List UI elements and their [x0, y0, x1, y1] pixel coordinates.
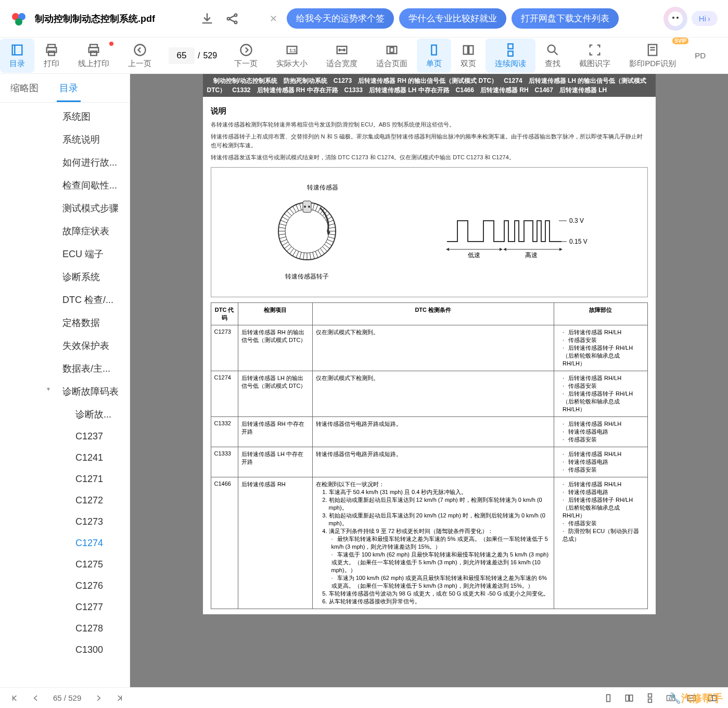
svg-line-46	[310, 253, 311, 260]
single-page-tool[interactable]: 单页	[417, 39, 451, 73]
svg-line-56	[280, 239, 287, 242]
watermark: 🔧汽修帮手	[668, 691, 723, 705]
next-page-icon[interactable]	[94, 694, 103, 702]
svg-line-44	[315, 251, 318, 258]
svg-line-82	[329, 227, 336, 229]
outline-item[interactable]: 测试模式步骤	[0, 197, 130, 220]
outline-tool[interactable]: 目录	[0, 39, 34, 73]
svg-point-84	[304, 206, 306, 208]
outline-item[interactable]: C1237	[0, 426, 130, 447]
svg-line-45	[313, 252, 314, 259]
page-total: 529	[203, 51, 217, 60]
dtc-table: DTC 代码检测项目DTC 检测条件故障部位 C1273后转速传感器 RH 的输…	[211, 302, 648, 609]
outline-item[interactable]: C1273	[0, 511, 130, 533]
svg-rect-100	[625, 695, 629, 701]
share-icon[interactable]	[225, 11, 239, 26]
outline-item[interactable]: 诊断系统	[0, 266, 130, 288]
outline-item[interactable]: 系统说明	[0, 128, 130, 151]
svg-rect-28	[508, 51, 513, 56]
svg-point-34	[285, 209, 329, 253]
app-logo	[10, 10, 27, 27]
outline-item[interactable]: C1276	[0, 575, 130, 597]
actual-size-tool[interactable]: 1:1实际大小	[267, 39, 317, 73]
first-page-icon[interactable]	[10, 694, 19, 702]
outline-item[interactable]: 检查间歇性...	[0, 174, 130, 197]
svg-point-85	[308, 206, 310, 208]
single-view-icon[interactable]	[603, 693, 614, 703]
svg-line-52	[290, 249, 294, 254]
doc-banner: 制动控制/动态控制系统 防抱死制动系统 C1273 后转速传感器 RH 的输出信…	[203, 74, 656, 97]
suggestion-1[interactable]: 给我今天的运势求个签	[287, 8, 394, 29]
svg-point-18	[240, 44, 251, 55]
outline-item[interactable]: C1241	[0, 447, 130, 469]
outline-item[interactable]: DTC 检查/...	[0, 288, 130, 311]
fit-width-tool[interactable]: 适合宽度	[317, 39, 367, 73]
outline-item[interactable]: C1300	[0, 639, 130, 661]
prev-page-tool[interactable]: 上一页	[119, 39, 161, 73]
svg-line-61	[279, 224, 286, 225]
print-tool[interactable]: 打印	[34, 39, 69, 73]
outline-item[interactable]: 定格数据	[0, 311, 130, 334]
svg-line-50	[296, 251, 299, 258]
thumbnail-tab[interactable]: 缩略图	[0, 74, 49, 102]
outline-item[interactable]: 如何进行故...	[0, 151, 130, 174]
screenshot-ocr-tool[interactable]: 截图识字	[570, 39, 620, 73]
outline-item[interactable]: C1272	[0, 490, 130, 511]
pdf-ocr-tool[interactable]: SVIP影印PDF识别	[620, 39, 685, 73]
hi-button[interactable]: Hi›	[692, 11, 718, 26]
outline-item[interactable]: C1275	[0, 554, 130, 575]
search-tool[interactable]: 查找	[535, 39, 570, 73]
outline-item[interactable]: 系统图	[0, 105, 130, 128]
two-page-tool[interactable]: 双页	[451, 39, 486, 73]
continuous-tool[interactable]: 连续阅读	[486, 39, 535, 73]
svg-line-41	[323, 247, 327, 251]
close-suggestions-icon[interactable]: ✕	[265, 13, 282, 24]
outline-item[interactable]: C1278	[0, 618, 130, 639]
svg-rect-26	[469, 45, 473, 54]
svg-line-74	[315, 205, 318, 211]
outline-item[interactable]: 诊断故...	[0, 403, 130, 426]
suggestion-2[interactable]: 学什么专业比较好就业	[399, 8, 506, 29]
outline-item[interactable]: 故障症状表	[0, 220, 130, 243]
download-icon[interactable]	[200, 11, 214, 26]
svg-point-29	[548, 45, 555, 52]
pdf-tool[interactable]: PD	[685, 47, 715, 64]
footer-page: 65 / 529	[53, 693, 81, 702]
svg-line-66	[290, 209, 294, 214]
last-page-icon[interactable]	[116, 694, 124, 702]
svg-line-39	[326, 242, 331, 246]
svg-point-6	[668, 11, 683, 26]
svg-line-37	[328, 237, 335, 238]
svg-point-2	[15, 18, 22, 26]
sensor-diagram: 转速传感器 转速传感器转子	[211, 167, 648, 297]
page-number-input[interactable]	[169, 47, 195, 64]
svg-line-68	[296, 205, 299, 211]
two-view-icon[interactable]	[624, 693, 634, 703]
outline-item[interactable]: ECU 端子	[0, 243, 130, 266]
para: 转速传感器发送车速信号或测试模式结束时，清除 DTC C1273 和 C1274…	[211, 153, 648, 162]
svg-rect-103	[648, 699, 652, 702]
svg-marker-98	[559, 248, 563, 251]
next-page-tool[interactable]: 下一页	[225, 39, 267, 73]
svg-line-38	[327, 239, 334, 242]
para: 各转速传感器检测到车轮转速并将相应信号发送到防滑控制 ECU。ABS 控制系统使…	[211, 120, 648, 130]
prev-page-icon[interactable]	[32, 694, 40, 702]
avatar[interactable]	[663, 7, 687, 31]
online-print-tool[interactable]: 线上打印	[69, 39, 119, 73]
svg-rect-99	[607, 694, 610, 701]
outline-item[interactable]: C1274	[0, 533, 130, 554]
continuous-view-icon[interactable]	[645, 693, 655, 703]
outline-item[interactable]: 数据表/主...	[0, 357, 130, 380]
svg-text:0.15 V: 0.15 V	[569, 238, 587, 245]
suggestion-3[interactable]: 打开网盘下载文件列表	[512, 8, 619, 29]
svg-marker-97	[503, 248, 506, 251]
fit-page-tool[interactable]: 适合页面	[367, 39, 417, 73]
outline-tab[interactable]: 目录	[49, 74, 88, 102]
outline-item[interactable]: C1271	[0, 469, 130, 490]
svg-line-62	[280, 220, 287, 223]
outline-item[interactable]: ▾诊断故障码表	[0, 380, 130, 403]
svg-line-53	[287, 247, 291, 251]
outline-item[interactable]: C1277	[0, 597, 130, 618]
outline-item[interactable]: 失效保护表	[0, 334, 130, 357]
svg-line-69	[300, 204, 301, 210]
